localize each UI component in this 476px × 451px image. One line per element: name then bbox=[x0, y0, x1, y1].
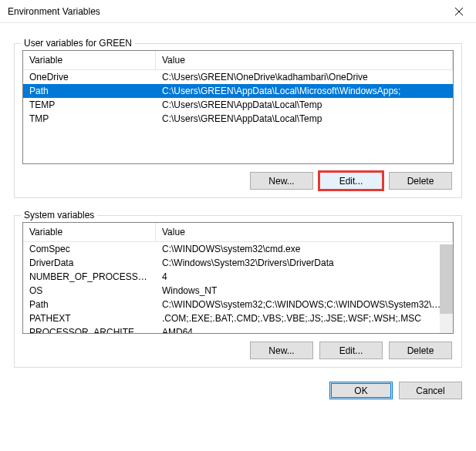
table-row[interactable]: PATHEXT.COM;.EXE;.BAT;.CMD;.VBS;.VBE;.JS… bbox=[23, 311, 453, 325]
user-table-body: OneDriveC:\Users\GREEN\OneDrive\kadhamba… bbox=[23, 70, 453, 126]
cell-variable: NUMBER_OF_PROCESSORS bbox=[23, 270, 156, 284]
system-new-button[interactable]: New... bbox=[250, 342, 313, 359]
close-icon bbox=[455, 8, 463, 15]
cell-variable: OS bbox=[23, 284, 156, 298]
content-area: User variables for GREEN Variable Value … bbox=[0, 23, 476, 407]
cell-variable: PROCESSOR_ARCHITECTURE bbox=[23, 325, 156, 334]
table-row[interactable]: TMPC:\Users\GREEN\AppData\Local\Temp bbox=[23, 112, 453, 126]
system-variables-label: System variables bbox=[21, 210, 97, 220]
system-table-header: Variable Value bbox=[23, 223, 453, 242]
table-row[interactable]: TEMPC:\Users\GREEN\AppData\Local\Temp bbox=[23, 98, 453, 112]
cell-value: AMD64 bbox=[156, 325, 453, 334]
table-row[interactable]: PathC:\Users\GREEN\AppData\Local\Microso… bbox=[23, 84, 453, 98]
cell-variable: PATHEXT bbox=[23, 311, 156, 325]
scrollbar[interactable] bbox=[440, 244, 453, 333]
system-button-row: New... Edit... Delete bbox=[22, 342, 454, 359]
cell-value: .COM;.EXE;.BAT;.CMD;.VBS;.VBE;.JS;.JSE;.… bbox=[156, 311, 453, 325]
table-row[interactable]: OneDriveC:\Users\GREEN\OneDrive\kadhamba… bbox=[23, 70, 453, 84]
ok-button[interactable]: OK bbox=[329, 382, 393, 399]
system-delete-button[interactable]: Delete bbox=[389, 342, 452, 359]
cell-variable: ComSpec bbox=[23, 242, 156, 256]
column-header-value[interactable]: Value bbox=[156, 51, 453, 69]
cell-value: C:\WINDOWS\system32;C:\WINDOWS;C:\WINDOW… bbox=[156, 298, 453, 311]
cancel-button[interactable]: Cancel bbox=[399, 382, 462, 399]
close-button[interactable] bbox=[441, 0, 476, 23]
cell-value: Windows_NT bbox=[156, 284, 453, 298]
user-variables-table[interactable]: Variable Value OneDriveC:\Users\GREEN\On… bbox=[22, 50, 454, 164]
table-row[interactable]: PathC:\WINDOWS\system32;C:\WINDOWS;C:\WI… bbox=[23, 298, 453, 311]
titlebar: Environment Variables bbox=[0, 0, 476, 23]
cell-value: C:\Windows\System32\Drivers\DriverData bbox=[156, 256, 453, 270]
system-edit-button[interactable]: Edit... bbox=[319, 342, 383, 359]
system-variables-group: System variables Variable Value ComSpecC… bbox=[14, 215, 462, 368]
table-row[interactable]: DriverDataC:\Windows\System32\Drivers\Dr… bbox=[23, 256, 453, 270]
system-table-body: ComSpecC:\WINDOWS\system32\cmd.exeDriver… bbox=[23, 242, 453, 334]
cell-value: 4 bbox=[156, 270, 453, 284]
user-edit-button[interactable]: Edit... bbox=[319, 172, 383, 190]
cell-variable: Path bbox=[23, 84, 156, 98]
user-variables-label: User variables for GREEN bbox=[21, 38, 135, 49]
cell-value: C:\Users\GREEN\AppData\Local\Temp bbox=[156, 98, 453, 112]
cell-value: C:\Users\GREEN\AppData\Local\Microsoft\W… bbox=[156, 84, 453, 98]
column-header-value[interactable]: Value bbox=[156, 223, 453, 241]
window-title: Environment Variables bbox=[8, 6, 100, 17]
cell-variable: DriverData bbox=[23, 256, 156, 270]
cell-variable: OneDrive bbox=[23, 70, 156, 84]
column-header-variable[interactable]: Variable bbox=[23, 223, 156, 241]
column-header-variable[interactable]: Variable bbox=[23, 51, 156, 69]
cell-value: C:\Users\GREEN\OneDrive\kadhambari\OneDr… bbox=[156, 70, 453, 84]
cell-value: C:\WINDOWS\system32\cmd.exe bbox=[156, 242, 453, 256]
user-delete-button[interactable]: Delete bbox=[389, 172, 452, 190]
table-row[interactable]: PROCESSOR_ARCHITECTUREAMD64 bbox=[23, 325, 453, 334]
cell-variable: Path bbox=[23, 298, 156, 311]
system-variables-table[interactable]: Variable Value ComSpecC:\WINDOWS\system3… bbox=[22, 222, 454, 334]
dialog-button-row: OK Cancel bbox=[14, 382, 462, 399]
cell-variable: TMP bbox=[23, 112, 156, 126]
user-button-row: New... Edit... Delete bbox=[22, 172, 454, 190]
user-variables-group: User variables for GREEN Variable Value … bbox=[14, 43, 462, 198]
table-row[interactable]: OSWindows_NT bbox=[23, 284, 453, 298]
table-row[interactable]: NUMBER_OF_PROCESSORS4 bbox=[23, 270, 453, 284]
scroll-thumb[interactable] bbox=[440, 244, 453, 314]
table-row[interactable]: ComSpecC:\WINDOWS\system32\cmd.exe bbox=[23, 242, 453, 256]
user-table-header: Variable Value bbox=[23, 51, 453, 70]
user-new-button[interactable]: New... bbox=[250, 172, 313, 190]
cell-value: C:\Users\GREEN\AppData\Local\Temp bbox=[156, 112, 453, 126]
cell-variable: TEMP bbox=[23, 98, 156, 112]
